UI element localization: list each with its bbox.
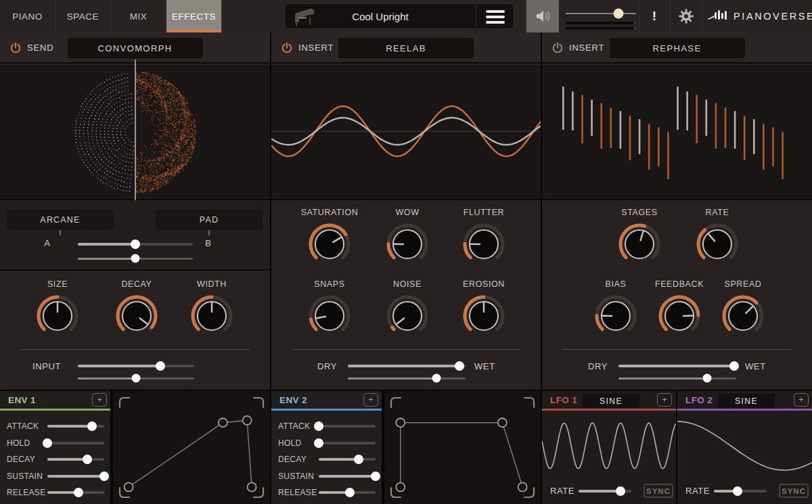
separator-line	[562, 349, 792, 350]
power-icon[interactable]	[281, 42, 293, 54]
ir-b-button[interactable]: PAD	[156, 210, 263, 230]
speaker-button[interactable]	[526, 0, 559, 32]
knob-label: SATURATION	[289, 206, 370, 219]
lfo2-panel: LFO 2 SINE + RATE SYNC	[677, 391, 812, 504]
env1-graph[interactable]	[113, 391, 270, 504]
erosion-knob[interactable]: EROSION	[443, 278, 524, 340]
wet-label: WET	[474, 361, 495, 372]
sustain-label: SUSTAIN	[7, 471, 43, 482]
spread-knob[interactable]: SPREAD	[702, 278, 784, 340]
topbar-divider	[702, 0, 703, 32]
size-knob[interactable]: SIZE	[17, 278, 98, 340]
tick-b	[208, 230, 210, 235]
hold-label: HOLD	[7, 438, 30, 449]
main-tabs: PIANO SPACE MIX EFFECTS	[0, 0, 222, 32]
dry-wet-slider[interactable]	[348, 361, 466, 371]
sustain-slider[interactable]	[47, 472, 104, 481]
input-mod-slider[interactable]	[78, 373, 194, 383]
decay-slider[interactable]	[47, 455, 104, 464]
menu-icon[interactable]	[486, 10, 505, 24]
lfo1-rate-slider[interactable]	[579, 486, 631, 496]
knob-label: NOISE	[367, 278, 448, 290]
hold-slider[interactable]	[47, 438, 104, 448]
attack-slider[interactable]	[319, 421, 376, 431]
dry-wet-mod-slider[interactable]	[618, 373, 736, 383]
convomorph-selector[interactable]: CONVOMORPH	[68, 38, 203, 58]
lfo1-underline	[542, 409, 676, 411]
preset-selector[interactable]: Cool Upright	[284, 3, 514, 29]
tab-space[interactable]: SPACE	[55, 0, 111, 32]
lfo1-panel: LFO 1 SINE + RATE SYNC	[542, 391, 676, 504]
input-slider[interactable]	[78, 361, 194, 371]
pianoverse-logo-icon	[708, 9, 728, 24]
knob-label: SPREAD	[702, 278, 784, 290]
lfo1-wave-selector[interactable]: SINE	[583, 394, 639, 408]
lfo2-rate-slider[interactable]	[714, 486, 767, 496]
env1-add-button[interactable]: +	[92, 393, 107, 407]
release-slider[interactable]	[319, 488, 376, 497]
noise-knob[interactable]: NOISE	[367, 278, 448, 340]
separator	[542, 199, 812, 200]
morph-mod-slider[interactable]	[78, 254, 193, 263]
power-icon[interactable]	[551, 42, 564, 54]
top-bar: PIANO SPACE MIX EFFECTS Cool Upright	[0, 0, 812, 32]
env1-underline	[0, 409, 110, 411]
morph-b-label: B	[202, 238, 215, 249]
lfo2-rate-label: RATE	[685, 486, 710, 497]
dry-wet-slider[interactable]	[618, 361, 736, 371]
speaker-icon	[534, 8, 551, 24]
reelab-selector[interactable]: REELAB	[338, 38, 474, 58]
morph-divider-line	[135, 60, 136, 200]
power-icon[interactable]	[9, 42, 22, 54]
decay-knob[interactable]: DECAY	[96, 278, 177, 340]
topbar-divider	[639, 0, 639, 32]
flutter-knob[interactable]: FLUTTER	[443, 206, 524, 269]
lfo1-add-button[interactable]: +	[657, 393, 672, 407]
tab-piano[interactable]: PIANO	[0, 0, 55, 32]
rate-knob[interactable]: RATE	[677, 206, 758, 269]
lfo2-wave-selector[interactable]: SINE	[718, 394, 775, 408]
width-knob[interactable]: WIDTH	[171, 278, 252, 340]
attack-label: ATTACK	[278, 421, 310, 432]
env2-graph[interactable]	[384, 391, 541, 504]
lfo2-add-button[interactable]: +	[794, 393, 809, 407]
morph-slider[interactable]	[78, 239, 193, 249]
pianoverse-logo: PIANOVERSE	[708, 0, 812, 32]
saturation-knob[interactable]: SATURATION	[289, 206, 370, 269]
insert-label: INSERT	[569, 43, 604, 53]
dry-wet-mod-slider[interactable]	[348, 373, 466, 383]
topbar-divider	[670, 0, 671, 32]
volume-slider[interactable]	[566, 9, 636, 18]
lfo2-underline	[677, 409, 812, 411]
tick-a	[60, 230, 61, 235]
env2-title: ENV 2	[279, 394, 307, 407]
settings-gear-icon[interactable]	[678, 8, 694, 24]
attack-slider[interactable]	[47, 421, 104, 431]
volume-group	[566, 0, 636, 32]
hold-label: HOLD	[278, 438, 302, 449]
snaps-knob[interactable]: SNAPS	[289, 278, 370, 340]
tab-effects[interactable]: EFFECTS	[166, 0, 222, 32]
release-slider[interactable]	[47, 488, 104, 497]
alert-button[interactable]: !	[643, 0, 666, 32]
rephase-selector[interactable]: REPHASE	[610, 38, 745, 58]
stages-knob[interactable]: STAGES	[599, 206, 680, 269]
knob-label: STAGES	[599, 206, 680, 219]
env1-panel: ENV 1 + ATTACK HOLD DECAY SUSTAIN RELEAS…	[0, 391, 270, 504]
release-label: RELEASE	[278, 487, 317, 498]
reelab-panel: INSERT REELAB SATURATION WOW FLUTTER SNA…	[271, 32, 541, 390]
lfo1-sync-button[interactable]: SYNC	[644, 484, 673, 498]
sustain-slider[interactable]	[319, 472, 376, 481]
release-label: RELEASE	[7, 487, 45, 498]
ir-a-button[interactable]: ARCANE	[7, 210, 114, 230]
lfo1-rate-label: RATE	[550, 486, 574, 497]
input-label: INPUT	[32, 361, 61, 372]
rephase-panel: INSERT REPHASE STAGES RATE BIAS FEEDBACK…	[542, 32, 812, 390]
env2-add-button[interactable]: +	[363, 393, 378, 407]
hold-slider[interactable]	[319, 438, 376, 448]
lfo2-sync-button[interactable]: SYNC	[779, 484, 809, 498]
tab-mix[interactable]: MIX	[111, 0, 166, 32]
wow-knob[interactable]: WOW	[367, 206, 448, 269]
reelab-visualization	[271, 65, 541, 199]
decay-slider[interactable]	[319, 455, 376, 464]
